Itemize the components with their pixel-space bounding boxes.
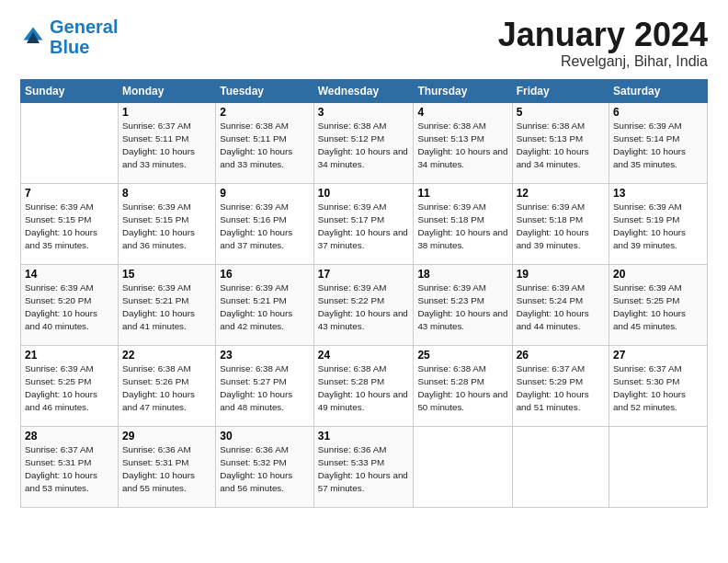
calendar-cell: 7Sunrise: 6:39 AMSunset: 5:15 PMDaylight…	[21, 183, 119, 264]
calendar-cell: 31Sunrise: 6:36 AMSunset: 5:33 PMDayligh…	[313, 426, 414, 507]
week-row-2: 14Sunrise: 6:39 AMSunset: 5:20 PMDayligh…	[21, 264, 708, 345]
day-info: Sunrise: 6:38 AMSunset: 5:28 PMDaylight:…	[417, 362, 507, 415]
day-number: 14	[25, 268, 114, 281]
title-block: January 2024 Revelganj, Bihar, India	[498, 17, 708, 70]
logo-text: General Blue	[50, 17, 118, 57]
calendar-cell: 4Sunrise: 6:38 AMSunset: 5:13 PMDaylight…	[414, 102, 512, 183]
col-tuesday: Tuesday	[216, 79, 314, 102]
day-number: 4	[417, 106, 507, 119]
calendar-cell: 8Sunrise: 6:39 AMSunset: 5:15 PMDaylight…	[119, 183, 216, 264]
day-number: 24	[318, 349, 410, 362]
calendar-cell: 5Sunrise: 6:38 AMSunset: 5:13 PMDaylight…	[512, 102, 609, 183]
day-info: Sunrise: 6:38 AMSunset: 5:11 PMDaylight:…	[220, 120, 310, 172]
calendar-cell: 25Sunrise: 6:38 AMSunset: 5:28 PMDayligh…	[414, 345, 512, 426]
calendar-cell: 11Sunrise: 6:39 AMSunset: 5:18 PMDayligh…	[414, 183, 512, 264]
day-info: Sunrise: 6:38 AMSunset: 5:13 PMDaylight:…	[417, 120, 507, 172]
day-number: 15	[122, 268, 211, 281]
day-info: Sunrise: 6:36 AMSunset: 5:32 PMDaylight:…	[220, 443, 310, 496]
day-info: Sunrise: 6:39 AMSunset: 5:22 PMDaylight:…	[318, 282, 410, 334]
day-number: 28	[25, 430, 114, 442]
day-number: 22	[122, 349, 211, 362]
day-info: Sunrise: 6:38 AMSunset: 5:28 PMDaylight:…	[318, 362, 410, 415]
day-info: Sunrise: 6:36 AMSunset: 5:33 PMDaylight:…	[318, 443, 410, 496]
calendar-cell: 10Sunrise: 6:39 AMSunset: 5:17 PMDayligh…	[313, 183, 414, 264]
day-number: 23	[220, 349, 310, 362]
day-number: 18	[417, 268, 507, 281]
calendar-cell: 23Sunrise: 6:38 AMSunset: 5:27 PMDayligh…	[216, 345, 314, 426]
calendar-cell: 28Sunrise: 6:37 AMSunset: 5:31 PMDayligh…	[21, 426, 119, 507]
calendar-cell: 17Sunrise: 6:39 AMSunset: 5:22 PMDayligh…	[313, 264, 414, 345]
col-sunday: Sunday	[21, 79, 119, 102]
day-info: Sunrise: 6:39 AMSunset: 5:23 PMDaylight:…	[417, 282, 507, 334]
day-info: Sunrise: 6:39 AMSunset: 5:15 PMDaylight:…	[25, 201, 114, 253]
day-number: 5	[517, 106, 605, 119]
day-number: 31	[318, 430, 410, 442]
calendar-table: Sunday Monday Tuesday Wednesday Thursday…	[20, 79, 708, 508]
calendar-cell: 20Sunrise: 6:39 AMSunset: 5:25 PMDayligh…	[609, 264, 708, 345]
col-monday: Monday	[119, 79, 216, 102]
calendar-cell: 26Sunrise: 6:37 AMSunset: 5:29 PMDayligh…	[512, 345, 609, 426]
location: Revelganj, Bihar, India	[498, 53, 708, 70]
calendar-cell: 14Sunrise: 6:39 AMSunset: 5:20 PMDayligh…	[21, 264, 119, 345]
calendar-cell	[512, 426, 609, 507]
col-thursday: Thursday	[414, 79, 512, 102]
day-number: 1	[122, 106, 211, 119]
page: General Blue January 2024 Revelganj, Bih…	[0, 0, 728, 563]
calendar-cell: 13Sunrise: 6:39 AMSunset: 5:19 PMDayligh…	[609, 183, 708, 264]
week-row-0: 1Sunrise: 6:37 AMSunset: 5:11 PMDaylight…	[21, 102, 708, 183]
col-friday: Friday	[512, 79, 609, 102]
calendar-cell: 2Sunrise: 6:38 AMSunset: 5:11 PMDaylight…	[216, 102, 314, 183]
calendar-cell: 3Sunrise: 6:38 AMSunset: 5:12 PMDaylight…	[313, 102, 414, 183]
day-number: 9	[220, 187, 310, 200]
day-info: Sunrise: 6:37 AMSunset: 5:31 PMDaylight:…	[25, 443, 114, 496]
day-info: Sunrise: 6:38 AMSunset: 5:26 PMDaylight:…	[122, 362, 211, 415]
day-info: Sunrise: 6:39 AMSunset: 5:18 PMDaylight:…	[517, 201, 605, 253]
calendar-cell: 15Sunrise: 6:39 AMSunset: 5:21 PMDayligh…	[119, 264, 216, 345]
day-number: 7	[25, 187, 114, 200]
day-info: Sunrise: 6:38 AMSunset: 5:13 PMDaylight:…	[517, 120, 605, 172]
day-info: Sunrise: 6:39 AMSunset: 5:16 PMDaylight:…	[220, 201, 310, 253]
day-info: Sunrise: 6:39 AMSunset: 5:25 PMDaylight:…	[25, 362, 114, 415]
header: General Blue January 2024 Revelganj, Bih…	[20, 17, 708, 70]
calendar-cell: 29Sunrise: 6:36 AMSunset: 5:31 PMDayligh…	[119, 426, 216, 507]
day-info: Sunrise: 6:39 AMSunset: 5:15 PMDaylight:…	[122, 201, 211, 253]
calendar-cell: 12Sunrise: 6:39 AMSunset: 5:18 PMDayligh…	[512, 183, 609, 264]
day-info: Sunrise: 6:39 AMSunset: 5:17 PMDaylight:…	[318, 201, 410, 253]
day-number: 17	[318, 268, 410, 281]
day-number: 20	[613, 268, 703, 281]
calendar-cell: 30Sunrise: 6:36 AMSunset: 5:32 PMDayligh…	[216, 426, 314, 507]
day-number: 19	[517, 268, 605, 281]
day-number: 3	[318, 106, 410, 119]
day-number: 12	[517, 187, 605, 200]
calendar-cell	[414, 426, 512, 507]
logo-line2: Blue	[50, 37, 89, 57]
logo-icon	[20, 24, 46, 50]
calendar-cell: 22Sunrise: 6:38 AMSunset: 5:26 PMDayligh…	[119, 345, 216, 426]
week-row-3: 21Sunrise: 6:39 AMSunset: 5:25 PMDayligh…	[21, 345, 708, 426]
calendar-cell: 16Sunrise: 6:39 AMSunset: 5:21 PMDayligh…	[216, 264, 314, 345]
day-info: Sunrise: 6:39 AMSunset: 5:21 PMDaylight:…	[122, 282, 211, 334]
day-number: 16	[220, 268, 310, 281]
day-number: 27	[613, 349, 703, 362]
day-info: Sunrise: 6:39 AMSunset: 5:21 PMDaylight:…	[220, 282, 310, 334]
day-number: 13	[613, 187, 703, 200]
calendar-cell: 9Sunrise: 6:39 AMSunset: 5:16 PMDaylight…	[216, 183, 314, 264]
day-number: 21	[25, 349, 114, 362]
calendar-cell: 24Sunrise: 6:38 AMSunset: 5:28 PMDayligh…	[313, 345, 414, 426]
day-number: 6	[613, 106, 703, 119]
week-row-4: 28Sunrise: 6:37 AMSunset: 5:31 PMDayligh…	[21, 426, 708, 507]
logo: General Blue	[20, 17, 118, 57]
day-info: Sunrise: 6:36 AMSunset: 5:31 PMDaylight:…	[122, 443, 211, 496]
day-info: Sunrise: 6:37 AMSunset: 5:30 PMDaylight:…	[613, 362, 703, 415]
day-number: 26	[517, 349, 605, 362]
day-number: 29	[122, 430, 211, 442]
month-title: January 2024	[498, 17, 708, 53]
day-info: Sunrise: 6:39 AMSunset: 5:20 PMDaylight:…	[25, 282, 114, 334]
calendar-cell: 1Sunrise: 6:37 AMSunset: 5:11 PMDaylight…	[119, 102, 216, 183]
col-saturday: Saturday	[609, 79, 708, 102]
week-row-1: 7Sunrise: 6:39 AMSunset: 5:15 PMDaylight…	[21, 183, 708, 264]
calendar-cell: 21Sunrise: 6:39 AMSunset: 5:25 PMDayligh…	[21, 345, 119, 426]
col-wednesday: Wednesday	[313, 79, 414, 102]
day-info: Sunrise: 6:38 AMSunset: 5:27 PMDaylight:…	[220, 362, 310, 415]
day-number: 25	[417, 349, 507, 362]
